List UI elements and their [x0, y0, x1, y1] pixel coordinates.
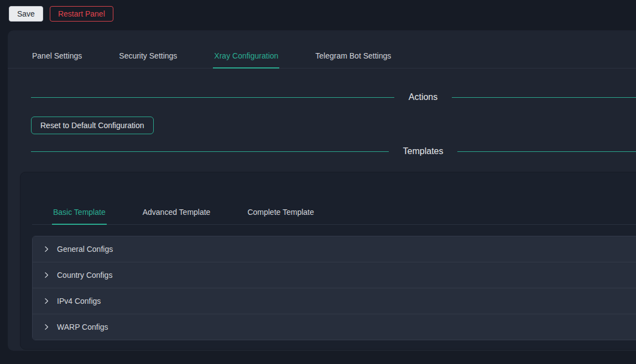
save-button[interactable]: Save — [9, 6, 43, 22]
restart-panel-button[interactable]: Restart Panel — [50, 6, 113, 22]
chevron-right-icon — [43, 246, 50, 252]
tab-advanced-template[interactable]: Advanced Template — [142, 201, 212, 225]
divider-line-left — [31, 151, 389, 152]
toolbar: Save Restart Panel — [0, 0, 636, 28]
collapse-row-label: General Configs — [57, 245, 113, 254]
collapse-row-label: Country Configs — [57, 271, 112, 279]
settings-panel: Panel Settings Security Settings Xray Co… — [8, 30, 636, 351]
tab-telegram-bot-settings[interactable]: Telegram Bot Settings — [314, 45, 392, 68]
tab-basic-template[interactable]: Basic Template — [52, 201, 107, 225]
config-collapse-list: General Configs Country Configs IPv4 Con… — [32, 236, 636, 340]
collapse-row-label: WARP Configs — [57, 323, 108, 331]
divider-line-right — [457, 151, 636, 152]
settings-tabs: Panel Settings Security Settings Xray Co… — [8, 45, 636, 68]
tab-security-settings[interactable]: Security Settings — [118, 45, 178, 68]
templates-divider: Templates — [31, 146, 636, 156]
tab-panel-settings[interactable]: Panel Settings — [31, 45, 83, 68]
divider-line-right — [452, 97, 636, 98]
collapse-row-label: IPv4 Configs — [57, 297, 101, 305]
tab-xray-configuration[interactable]: Xray Configuration — [213, 45, 279, 68]
collapse-row-country-configs[interactable]: Country Configs — [33, 262, 636, 288]
templates-card: Basic Template Advanced Template Complet… — [20, 172, 636, 350]
actions-divider: Actions — [31, 92, 636, 102]
collapse-row-general-configs[interactable]: General Configs — [33, 236, 636, 262]
template-tabs: Basic Template Advanced Template Complet… — [32, 201, 636, 225]
collapse-row-warp-configs[interactable]: WARP Configs — [33, 314, 636, 340]
tab-complete-template[interactable]: Complete Template — [246, 201, 315, 225]
chevron-right-icon — [43, 324, 50, 330]
chevron-right-icon — [43, 298, 50, 304]
reset-default-configuration-button[interactable]: Reset to Default Configuration — [31, 117, 154, 134]
collapse-row-ipv4-configs[interactable]: IPv4 Configs — [33, 288, 636, 314]
templates-divider-label: Templates — [389, 146, 458, 156]
divider-line-left — [31, 97, 394, 98]
chevron-right-icon — [43, 272, 50, 278]
actions-divider-label: Actions — [394, 92, 452, 102]
